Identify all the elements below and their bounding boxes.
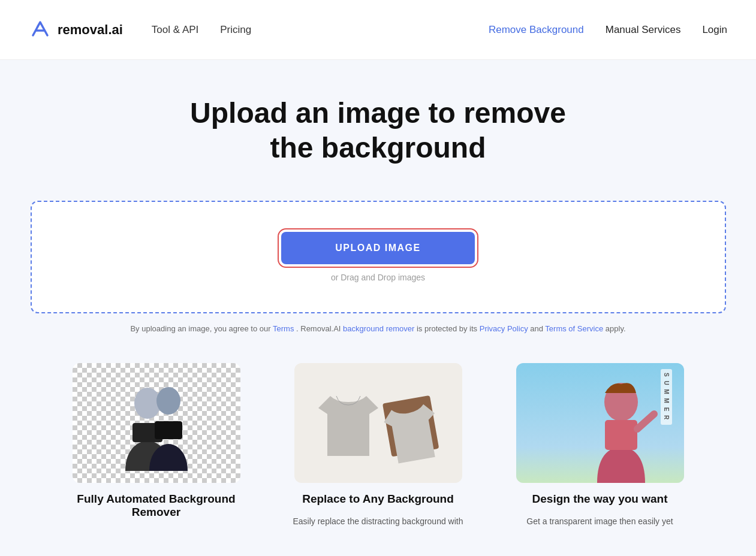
drag-drop-label: or Drag and Drop images <box>331 273 425 282</box>
terms-link[interactable]: Terms <box>273 324 294 333</box>
svg-rect-7 <box>605 420 637 450</box>
logo-icon <box>29 17 52 43</box>
hero-title: Upload an image to remove the background <box>12 96 744 165</box>
card-design: S U M M E R Design the way you want Get … <box>507 363 693 528</box>
upload-section: UPLOAD IMAGE or Drag and Drop images <box>0 189 756 313</box>
card-automated-title: Fully Automated Background Remover <box>64 492 249 519</box>
hero-title-line2: the background <box>270 132 486 164</box>
nav-left: Tool & API Pricing <box>152 24 251 36</box>
card-design-title: Design the way you want <box>532 492 668 506</box>
terms-section: By uploading an image, you agree to our … <box>0 313 756 333</box>
card-replace: Replace to Any Background Easily replace… <box>285 363 471 528</box>
card-design-image: S U M M E R <box>516 363 684 483</box>
nav-remove-background[interactable]: Remove Background <box>489 24 584 36</box>
login-link[interactable]: Login <box>702 24 727 36</box>
hero-title-line1: Upload an image to remove <box>190 97 566 129</box>
nav-tool-api[interactable]: Tool & API <box>152 24 198 36</box>
summer-tag: S U M M E R <box>661 369 672 424</box>
privacy-policy-link[interactable]: Privacy Policy <box>480 324 528 333</box>
header-left: removal.ai Tool & API Pricing <box>29 17 251 43</box>
terms-text-middle: . Removal.AI <box>296 324 341 333</box>
card-replace-desc: Easily replace the distracting backgroun… <box>293 515 463 528</box>
card-automated: Fully Automated Background Remover <box>64 363 249 528</box>
main: Upload an image to remove the background… <box>0 60 756 556</box>
terms-text-before: By uploading an image, you agree to our <box>130 324 270 333</box>
logo-text: removal.ai <box>58 22 123 38</box>
card-replace-title: Replace to Any Background <box>302 492 454 506</box>
card-automated-image <box>73 363 240 483</box>
terms-text-protected: is protected by its <box>417 324 477 333</box>
bg-remover-link[interactable]: background remover <box>343 324 414 333</box>
upload-dropzone[interactable]: UPLOAD IMAGE or Drag and Drop images <box>31 201 726 313</box>
nav-right: Remove Background Manual Services <box>489 24 680 36</box>
feature-cards: Fully Automated Background Remover <box>0 333 756 540</box>
nav-pricing[interactable]: Pricing <box>220 24 251 36</box>
hero-section: Upload an image to remove the background <box>0 60 756 189</box>
nav-manual-services[interactable]: Manual Services <box>606 24 681 36</box>
svg-rect-3 <box>155 421 182 439</box>
card-design-desc: Get a transparent image then easily yet <box>526 515 673 528</box>
svg-point-2 <box>156 387 180 415</box>
header-right: Remove Background Manual Services Login <box>489 24 727 36</box>
tos-link[interactable]: Terms of Service <box>545 324 603 333</box>
header: removal.ai Tool & API Pricing Remove Bac… <box>0 0 756 60</box>
logo[interactable]: removal.ai <box>29 17 123 43</box>
card-replace-image <box>294 363 462 483</box>
upload-image-button[interactable]: UPLOAD IMAGE <box>281 232 474 264</box>
terms-text-apply: apply. <box>606 324 626 333</box>
terms-text-and: and <box>530 324 543 333</box>
